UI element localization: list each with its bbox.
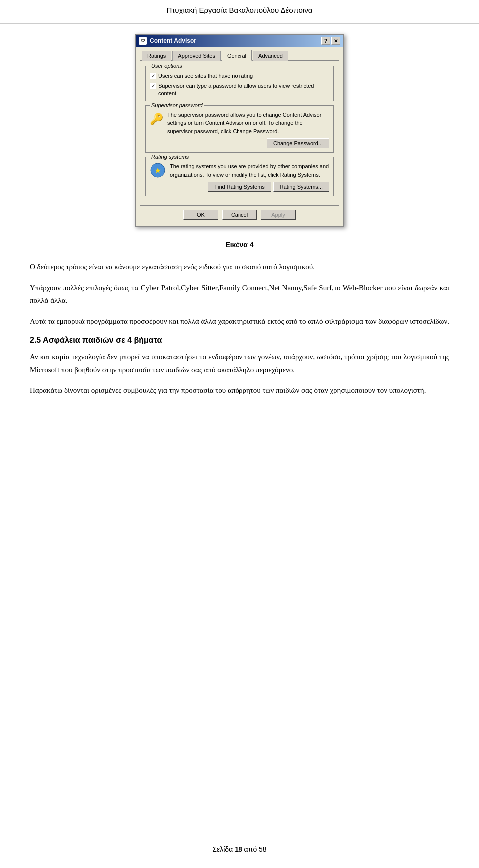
- rating-icon: ★: [150, 162, 166, 178]
- password-section: 🔑 The supervisor password allows you to …: [150, 111, 329, 149]
- section-heading: 2.5 Ασφάλεια παιδιών σε 4 βήματα: [30, 336, 449, 345]
- footer-text: Σελίδα: [212, 845, 235, 853]
- figure-caption: Εικόνα 4: [30, 241, 449, 249]
- section-paragraph-2: Παρακάτω δίνονται ορισμένες συμβουλές γι…: [30, 384, 449, 397]
- dialog-titlebar: 🛡 Content Advisor ? ✕: [136, 35, 343, 47]
- supervisor-password-group: Supervisor password 🔑 The supervisor pas…: [145, 105, 334, 153]
- content-advisor-dialog: 🛡 Content Advisor ? ✕ Ratings Approved S…: [135, 34, 344, 227]
- paragraph-2: Υπάρχουν πολλές επιλογές όπως τα Cyber P…: [30, 282, 449, 307]
- footer-total: 58: [259, 845, 267, 853]
- paragraph-3: Αυτά τα εμπορικά προγράμματα προσφέρουν …: [30, 315, 449, 328]
- rating-description: The rating systems you use are provided …: [170, 162, 329, 179]
- supervisor-password-label: Supervisor password: [150, 102, 204, 108]
- rating-section: ★ The rating systems you use are provide…: [150, 162, 329, 192]
- cancel-button[interactable]: Cancel: [222, 210, 257, 220]
- tab-ratings[interactable]: Ratings: [142, 51, 171, 61]
- tab-approved-sites[interactable]: Approved Sites: [172, 51, 221, 61]
- checkbox-supervisor[interactable]: [150, 83, 156, 89]
- change-password-button[interactable]: Change Password...: [267, 138, 329, 148]
- user-options-group: User options Users can see sites that ha…: [145, 66, 334, 101]
- rating-systems-group: Rating systems ★ The rating systems you …: [145, 157, 334, 196]
- rating-systems-button[interactable]: Rating Systems...: [273, 182, 329, 192]
- checkbox-row-1: Users can see sites that have no rating: [150, 72, 329, 79]
- tab-general[interactable]: General: [222, 50, 252, 61]
- checkbox-supervisor-label: Supervisor can type a password to allow …: [158, 82, 329, 97]
- key-icon: 🔑: [150, 113, 163, 126]
- help-button[interactable]: ?: [321, 37, 330, 45]
- section-paragraph-1: Αν και καμία τεχνολογία δεν μπορεί να υπ…: [30, 351, 449, 376]
- rating-btn-row: Find Rating Systems Rating Systems...: [170, 182, 329, 192]
- user-options-label: User options: [150, 63, 184, 69]
- titlebar-buttons: ? ✕: [321, 37, 340, 45]
- dialog-title: Content Advisor: [150, 37, 196, 44]
- svg-text:★: ★: [154, 166, 161, 175]
- dialog-icon: 🛡: [139, 37, 147, 45]
- dialog-container: 🛡 Content Advisor ? ✕ Ratings Approved S…: [30, 34, 449, 227]
- tabs-row: Ratings Approved Sites General Advanced: [140, 51, 339, 61]
- tab-content: User options Users can see sites that ha…: [140, 60, 339, 206]
- password-description: The supervisor password allows you to ch…: [167, 111, 329, 136]
- header-title: Πτυχιακή Εργασία Βακαλοπούλου Δέσποινα: [167, 6, 313, 14]
- footer-of: από: [242, 845, 259, 853]
- password-btn-row: Change Password...: [167, 138, 329, 148]
- page-header: Πτυχιακή Εργασία Βακαλοπούλου Δέσποινα: [0, 0, 479, 24]
- checkbox-no-rating[interactable]: [150, 73, 156, 79]
- titlebar-left: 🛡 Content Advisor: [139, 37, 196, 45]
- apply-button[interactable]: Apply: [261, 210, 296, 220]
- dialog-body: Ratings Approved Sites General Advanced …: [136, 47, 343, 226]
- paragraph-1: Ο δεύτερος τρόπος είναι να κάνουμε εγκατ…: [30, 261, 449, 274]
- page-footer: Σελίδα 18 από 58: [0, 840, 479, 853]
- find-rating-systems-button[interactable]: Find Rating Systems: [208, 182, 271, 192]
- checkbox-no-rating-label: Users can see sites that have no rating: [158, 72, 253, 79]
- close-button[interactable]: ✕: [331, 37, 340, 45]
- dialog-bottom-buttons: OK Cancel Apply: [140, 206, 339, 222]
- checkbox-row-2: Supervisor can type a password to allow …: [150, 82, 329, 97]
- tab-advanced[interactable]: Advanced: [253, 51, 288, 61]
- ok-button[interactable]: OK: [183, 210, 218, 220]
- rating-systems-label: Rating systems: [150, 154, 190, 160]
- page-number: 18: [235, 845, 242, 853]
